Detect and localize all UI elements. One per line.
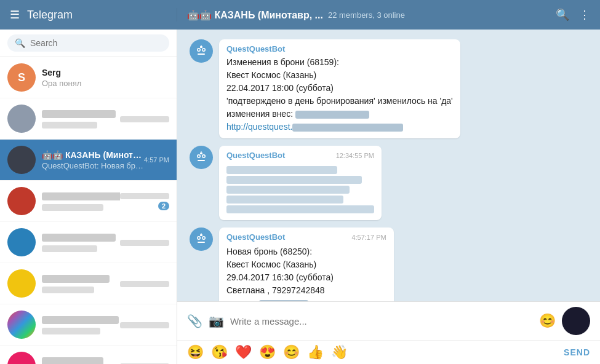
chat-time: 4:57 PM <box>144 156 169 164</box>
chat-item[interactable] <box>0 263 177 304</box>
message-group-blurred: QuestQuestBot 12:34:55 PM <box>190 146 588 220</box>
msg-sender: QuestQuestBot <box>226 232 285 242</box>
input-bar: 📎 📷 😊 <box>177 301 600 340</box>
attach-icon[interactable]: 📎 <box>187 314 202 328</box>
chat-area: QuestQuestBot Изменения в брони (68159):… <box>177 30 600 364</box>
chat-item-active[interactable]: 🤖🤖 КАЗАНЬ (Минотавр, ... QuestQuestBot: … <box>0 140 177 181</box>
emoji-heart[interactable]: ❤️ <box>235 344 252 360</box>
chat-name: 🤖🤖 КАЗАНЬ (Минотавр, ... <box>42 150 144 160</box>
svg-rect-7 <box>201 45 202 46</box>
msg-time-booking: 4:57:17 PM <box>351 234 386 241</box>
search-bar: 🔍 <box>0 30 177 57</box>
chat-title-top: 🤖🤖 КАЗАНЬ (Минотавр, ... <box>187 9 323 21</box>
chat-item[interactable] <box>0 304 177 346</box>
svg-rect-23 <box>201 233 202 234</box>
avatar <box>7 269 36 298</box>
chat-item[interactable]: You: ну в счет воялти зачте... <box>0 346 177 364</box>
emoji-group: 😆 😘 ❤️ 😍 😊 👍 👋 <box>187 344 348 360</box>
chat-item[interactable]: 2 <box>0 181 177 222</box>
chat-time <box>120 280 169 287</box>
message-bubble-blurred: QuestQuestBot 12:34:55 PM <box>219 146 382 220</box>
avatar <box>7 352 36 364</box>
message-group: QuestQuestBot Изменения в брони (68159):… <box>190 39 588 138</box>
chat-name <box>42 109 120 119</box>
chat-item[interactable] <box>0 222 177 263</box>
svg-point-19 <box>198 237 200 239</box>
chat-preview <box>42 285 120 294</box>
chat-preview <box>42 243 120 253</box>
top-icons: 🔍 ⋮ <box>556 8 590 22</box>
chat-info-col: Serg Ора понял <box>42 68 169 88</box>
emoji-thumbsup[interactable]: 👍 <box>307 344 324 360</box>
blurred-message: QuestQuestBot 12:34:55 PM <box>219 146 382 220</box>
chat-item[interactable]: S Serg Ора понял <box>0 57 177 98</box>
msg-text-booking: Новая бронь (68250): Квест Космос (Казан… <box>226 245 386 301</box>
message-bubble-booking: QuestQuestBot 4:57:17 PM Новая бронь (68… <box>219 228 394 301</box>
chat-info-col <box>42 232 120 253</box>
chat-item[interactable] <box>0 98 177 140</box>
top-bar-left: ☰ Telegram <box>0 8 177 22</box>
message-input[interactable] <box>230 316 533 326</box>
avatar <box>7 228 36 256</box>
sidebar: 🔍 S Serg Ора понял <box>0 30 177 364</box>
search-icon-top[interactable]: 🔍 <box>556 8 569 22</box>
chat-list: S Serg Ора понял <box>0 57 177 364</box>
emoji-laughing[interactable]: 😆 <box>187 344 204 360</box>
search-input-wrapper[interactable]: 🔍 <box>7 34 169 52</box>
emoji-bar: 😆 😘 ❤️ 😍 😊 👍 👋 SEND <box>177 340 600 364</box>
avatar: S <box>7 63 36 92</box>
chat-meta <box>120 239 169 246</box>
emoji-love-eyes[interactable]: 😍 <box>259 344 276 360</box>
chat-time <box>120 192 169 199</box>
chat-info-col <box>42 109 120 129</box>
chat-info-col <box>42 274 120 294</box>
send-button[interactable]: SEND <box>564 347 590 357</box>
chat-time <box>120 321 169 328</box>
search-icon: 🔍 <box>15 38 25 48</box>
chat-name <box>42 191 120 201</box>
svg-rect-15 <box>201 151 202 152</box>
top-bar-right: 🤖🤖 КАЗАНЬ (Минотавр, ... 22 members, 3 o… <box>177 8 600 22</box>
chat-meta <box>120 115 169 122</box>
chat-info-col <box>42 191 120 212</box>
message-group-booking: QuestQuestBot 4:57:17 PM Новая бронь (68… <box>190 228 588 301</box>
chat-info-col <box>42 315 120 335</box>
bot-avatar <box>190 146 213 169</box>
svg-point-20 <box>203 237 205 239</box>
more-options-icon[interactable]: ⋮ <box>579 8 590 22</box>
messages-container: QuestQuestBot Изменения в брони (68159):… <box>177 30 600 301</box>
search-input[interactable] <box>30 38 162 48</box>
unread-badge: 2 <box>158 202 169 210</box>
bot-avatar <box>190 39 213 63</box>
svg-rect-21 <box>198 242 205 243</box>
message-bubble-inner: QuestQuestBot Изменения в брони (68159):… <box>219 39 460 138</box>
avatar <box>7 105 36 133</box>
avatar <box>7 311 36 339</box>
message-bubble-inner-booking: QuestQuestBot 4:57:17 PM Новая бронь (68… <box>219 228 394 301</box>
svg-rect-22 <box>200 234 202 236</box>
chat-meta: 4:57 PM <box>144 156 169 164</box>
chat-meta: 2 <box>120 192 169 210</box>
chat-info-col: 🤖🤖 КАЗАНЬ (Минотавр, ... QuestQuestBot: … <box>42 150 144 170</box>
svg-point-12 <box>203 156 205 157</box>
svg-point-11 <box>198 156 200 157</box>
chat-name <box>42 232 120 242</box>
chat-meta <box>120 321 169 328</box>
emoji-wave[interactable]: 👋 <box>331 344 348 360</box>
photo-icon[interactable]: 📷 <box>209 314 224 328</box>
emoji-kiss[interactable]: 😘 <box>211 344 228 360</box>
svg-point-4 <box>203 49 205 51</box>
chat-time <box>120 239 169 246</box>
chat-name: Serg <box>42 68 169 77</box>
emoji-button[interactable]: 😊 <box>539 313 556 329</box>
svg-rect-6 <box>200 46 202 48</box>
chat-preview: QuestQuestBot: Новая брон... <box>42 161 144 170</box>
emoji-smile[interactable]: 😊 <box>283 344 300 360</box>
chat-name <box>42 315 120 325</box>
hamburger-icon[interactable]: ☰ <box>10 8 20 22</box>
main-layout: 🔍 S Serg Ора понял <box>0 30 600 364</box>
msg-time: 12:34:55 PM <box>336 152 374 159</box>
bot-avatar <box>190 228 213 251</box>
msg-link[interactable]: http://questquest. <box>226 122 292 132</box>
user-avatar-input <box>562 307 590 335</box>
